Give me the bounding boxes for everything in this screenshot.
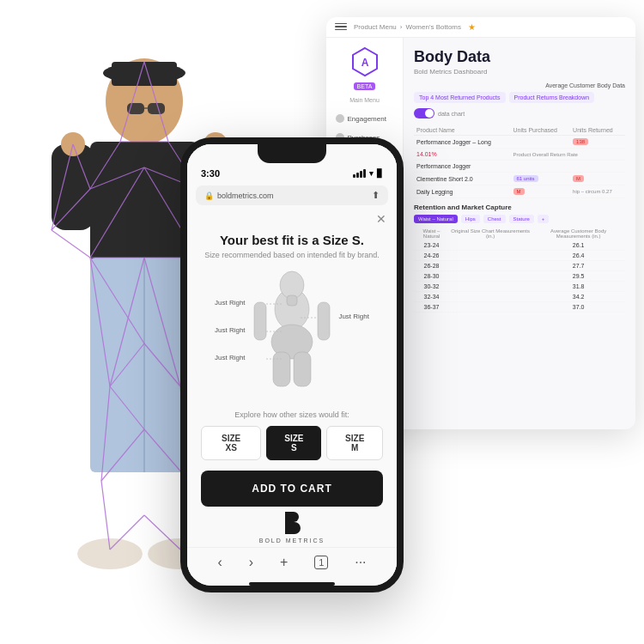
returns-table: Product Name Units Purchased Units Retur… — [414, 125, 625, 198]
product-name-cell: Performance Jogger — [414, 161, 511, 173]
svg-rect-10 — [52, 144, 94, 230]
explore-sizes-text: Explore how other sizes would fit: — [234, 410, 349, 419]
scene: Product Menu › Women's Bottoms ★ A BETA … — [0, 0, 644, 644]
col-avg: Average Customer Body Measurements (in.) — [532, 227, 625, 240]
share-icon[interactable]: ⬆ — [372, 190, 380, 201]
url-bar[interactable]: 🔒 boldmetrics.com ⬆ — [196, 185, 388, 205]
size-row: 24-2626.4 — [414, 251, 625, 261]
filter-hips[interactable]: Hips — [461, 215, 480, 223]
nav-engagement[interactable]: Engagement — [331, 110, 399, 127]
signal-icon — [353, 169, 366, 178]
star-icon: ★ — [468, 22, 476, 32]
units-purchased-cell — [511, 161, 571, 173]
lock-icon: 🔒 — [204, 191, 214, 200]
units-purchased-cell: 61 units — [511, 173, 571, 185]
phone-mockup: 3:30 ▾ ▊ 🔒 boldmetrics.com ⬆ — [180, 137, 404, 592]
filter-more[interactable]: + — [538, 215, 550, 223]
svg-rect-7 — [148, 103, 165, 114]
size-badge-m: M — [513, 188, 525, 195]
toggle-label: data chart — [438, 111, 465, 117]
size-chart-table: Waist – Natural Original Size Chart Meas… — [414, 227, 625, 313]
table-row: Performance Jogger — [414, 161, 625, 173]
tab-top-returned[interactable]: Top 4 Most Returned Products — [414, 92, 506, 103]
filter-stature[interactable]: Stature — [509, 215, 534, 223]
product-name-cell: Clementine Short 2.0 — [414, 173, 511, 185]
app-logo: A — [349, 46, 380, 77]
bm-logo-svg — [282, 510, 302, 534]
size-row: 23-2426.1 — [414, 240, 625, 251]
size-s-button[interactable]: SIZE S — [266, 426, 321, 460]
bold-metrics-brand: BOLD METRICS — [187, 507, 397, 547]
dashboard-content: Body Data Bold Metrics Dashboard Average… — [404, 38, 635, 429]
add-to-cart-button[interactable]: ADD TO CART — [201, 471, 383, 507]
units-returned-cell: 138 — [570, 136, 625, 149]
product-name-cell: Daily Legging — [414, 185, 511, 198]
product-name-cell: 14.01% — [414, 149, 511, 161]
avg-customer-label: Average Customer Body Data — [414, 82, 625, 88]
units-returned-cell — [570, 161, 625, 173]
dashboard-subtitle: Bold Metrics Dashboard — [414, 68, 625, 76]
tab-returns-breakdown[interactable]: Product Returns Breakdown — [509, 92, 595, 103]
toggle-switch[interactable] — [414, 108, 434, 118]
breadcrumb: Product Menu › Women's Bottoms — [354, 23, 461, 31]
svg-line-30 — [52, 230, 90, 258]
share-nav-button[interactable]: + — [280, 555, 288, 570]
close-button[interactable]: ✕ — [376, 212, 386, 226]
fit-lines — [215, 266, 369, 404]
wifi-icon: ▾ — [369, 169, 374, 178]
hamburger-icon — [335, 23, 347, 32]
col-waist: Waist – Natural — [414, 227, 449, 240]
table-row: 14.01% Product Overall Return Rate — [414, 149, 625, 161]
bold-metrics-logo — [282, 510, 302, 538]
tabs-button[interactable]: 1 — [314, 556, 328, 569]
col-units-purchased: Units Purchased — [511, 125, 571, 136]
table-row: Performance Jogger – Long 138 — [414, 136, 625, 149]
size-row: 30-3231.8 — [414, 282, 625, 292]
size-selector: SIZE XS SIZE S SIZE M — [201, 426, 383, 460]
overall-rate: Product Overall Return Rate — [511, 149, 625, 161]
units-returned-cell: hip – circum 0.27 — [570, 185, 625, 198]
phone-bottom-nav: ‹ › + 1 ··· — [187, 547, 397, 579]
size-row: 26-2827.7 — [414, 261, 625, 271]
size-xs-button[interactable]: SIZE XS — [201, 426, 261, 460]
fit-headline: Your best fit is a Size S. — [220, 233, 364, 247]
size-m-button[interactable]: SIZE M — [326, 426, 383, 460]
back-button[interactable]: ‹ — [217, 555, 222, 570]
units-purchased-cell: M — [511, 185, 571, 198]
home-indicator — [187, 579, 397, 591]
col-original: Original Size Chart Measurements (in.) — [449, 227, 532, 240]
size-row: 36-3737.0 — [414, 302, 625, 313]
svg-rect-5 — [112, 62, 177, 86]
table-row: Daily Legging M hip – circum 0.27 — [414, 185, 625, 198]
units-returned-cell: M — [570, 173, 625, 185]
svg-point-60 — [280, 271, 304, 299]
phone-main-content: Your best fit is a Size S. Size recommen… — [187, 226, 397, 507]
dashboard-header: Product Menu › Women's Bottoms ★ — [326, 17, 635, 38]
forward-button[interactable]: › — [249, 555, 253, 570]
fit-subtext: Size recommended based on intended fit b… — [204, 251, 380, 259]
dashboard-tabs: Top 4 Most Returned Products Product Ret… — [414, 92, 625, 103]
size-row: 28-3029.5 — [414, 271, 625, 282]
svg-rect-58 — [254, 302, 266, 340]
size-badge: M — [573, 175, 584, 182]
product-name-cell: Performance Jogger – Long — [414, 136, 511, 149]
svg-text:A: A — [361, 57, 368, 69]
filter-chips: Waist – Natural Hips Chest Stature + — [414, 215, 625, 223]
retention-section-title: Retention and Market Capture — [414, 204, 625, 211]
table-row: Clementine Short 2.0 61 units M — [414, 173, 625, 185]
filter-waist[interactable]: Waist – Natural — [414, 215, 458, 223]
menu-dots-button[interactable]: ··· — [355, 555, 366, 570]
svg-point-16 — [77, 538, 143, 569]
units-badge: 61 units — [513, 175, 538, 182]
filter-chest[interactable]: Chest — [483, 215, 506, 223]
size-row: 32-3434.2 — [414, 292, 625, 302]
body-model: Just Right Just Right Just Right Just Ri… — [215, 266, 369, 404]
breadcrumb-product-menu: Product Menu — [354, 23, 397, 31]
phone-time: 3:30 — [201, 168, 220, 179]
toggle-row: data chart — [414, 108, 625, 118]
svg-rect-57 — [294, 352, 311, 386]
phone-screen: 3:30 ▾ ▊ 🔒 boldmetrics.com ⬆ — [187, 144, 397, 586]
url-text: boldmetrics.com — [217, 191, 274, 200]
phone-notch — [258, 144, 326, 163]
col-product-name: Product Name — [414, 125, 511, 136]
